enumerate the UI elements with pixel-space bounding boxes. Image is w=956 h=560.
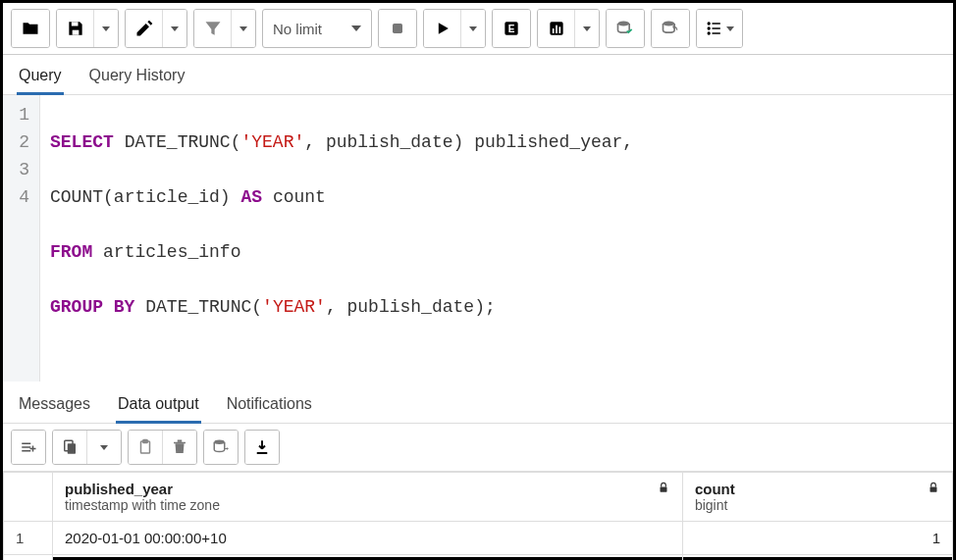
table-row[interactable]: 1 2020-01-01 00:00:00+10 1 bbox=[4, 522, 953, 555]
chevron-down-icon bbox=[100, 445, 108, 450]
column-name: count bbox=[695, 481, 735, 497]
save-data-button[interactable] bbox=[204, 431, 238, 464]
chevron-down-icon bbox=[351, 25, 361, 31]
tab-query-history[interactable]: Query History bbox=[87, 61, 187, 94]
svg-rect-26 bbox=[174, 442, 186, 444]
chevron-down-icon bbox=[726, 26, 734, 31]
tab-messages[interactable]: Messages bbox=[17, 389, 92, 423]
main-toolbar: No limit E bbox=[3, 3, 953, 55]
filter-button[interactable] bbox=[194, 10, 232, 47]
sql-code[interactable]: SELECT DATE_TRUNC('YEAR', publish_date) … bbox=[40, 95, 953, 382]
list-icon bbox=[705, 19, 724, 38]
corner-cell bbox=[4, 473, 53, 522]
svg-point-9 bbox=[618, 22, 630, 26]
pencil-icon bbox=[134, 19, 154, 38]
commit-button[interactable] bbox=[607, 10, 644, 47]
svg-point-13 bbox=[708, 27, 710, 29]
svg-rect-2 bbox=[393, 24, 402, 33]
tab-query[interactable]: Query bbox=[17, 61, 64, 94]
chevron-down-icon bbox=[469, 26, 477, 31]
svg-rect-23 bbox=[68, 443, 76, 454]
table-row[interactable]: 2 2022-01-01 00:00:00+10 8 bbox=[4, 555, 953, 561]
column-name: published_year bbox=[65, 481, 220, 497]
clipboard-icon bbox=[136, 438, 154, 456]
results-grid[interactable]: published_year timestamp with time zone … bbox=[3, 472, 953, 560]
svg-rect-1 bbox=[72, 30, 79, 35]
chevron-down-icon bbox=[239, 26, 247, 31]
explain-dropdown-button[interactable] bbox=[575, 10, 599, 47]
column-type: timestamp with time zone bbox=[65, 497, 220, 513]
results-toolbar bbox=[3, 424, 953, 472]
sql-editor[interactable]: 1 2 3 4 SELECT DATE_TRUNC('YEAR', publis… bbox=[3, 95, 953, 382]
chevron-down-icon bbox=[102, 26, 110, 31]
stop-button[interactable] bbox=[379, 10, 416, 47]
tab-data-output[interactable]: Data output bbox=[116, 389, 201, 423]
lock-icon bbox=[657, 481, 670, 497]
save-dropdown-button[interactable] bbox=[94, 10, 118, 47]
database-undo-icon bbox=[661, 19, 680, 38]
svg-rect-7 bbox=[556, 25, 558, 33]
line-number: 4 bbox=[11, 183, 29, 211]
copy-dropdown-button[interactable] bbox=[87, 431, 121, 464]
execute-dropdown-button[interactable] bbox=[461, 10, 485, 47]
bar-chart-icon bbox=[547, 19, 566, 38]
svg-rect-30 bbox=[660, 486, 666, 491]
filter-dropdown-button[interactable] bbox=[232, 10, 255, 47]
paste-button[interactable] bbox=[129, 431, 163, 464]
svg-point-28 bbox=[214, 440, 225, 445]
tab-notifications[interactable]: Notifications bbox=[225, 389, 314, 423]
query-tool: No limit E bbox=[0, 0, 956, 560]
column-type: bigint bbox=[695, 497, 735, 513]
save-button[interactable] bbox=[57, 10, 94, 47]
database-check-icon bbox=[615, 19, 635, 38]
header-row: published_year timestamp with time zone … bbox=[4, 473, 953, 522]
rollback-button[interactable] bbox=[652, 10, 689, 47]
database-save-icon bbox=[212, 438, 230, 456]
svg-point-10 bbox=[664, 22, 675, 26]
result-tabs: Messages Data output Notifications bbox=[3, 382, 953, 424]
column-header[interactable]: published_year timestamp with time zone bbox=[53, 473, 683, 522]
svg-point-11 bbox=[708, 23, 710, 25]
row-number: 1 bbox=[4, 522, 53, 555]
chevron-down-icon bbox=[583, 26, 591, 31]
svg-point-15 bbox=[708, 32, 710, 34]
explain-button[interactable]: E bbox=[493, 10, 530, 47]
copy-button[interactable] bbox=[53, 431, 87, 464]
add-row-icon bbox=[20, 438, 37, 456]
delete-row-button[interactable] bbox=[163, 431, 196, 464]
lock-icon bbox=[927, 481, 940, 497]
chevron-down-icon bbox=[171, 26, 179, 31]
cell[interactable]: 2020-01-01 00:00:00+10 bbox=[53, 522, 683, 555]
edit-button[interactable] bbox=[126, 10, 163, 47]
macros-button[interactable] bbox=[697, 10, 742, 47]
row-number: 2 bbox=[4, 555, 53, 561]
limit-select[interactable]: No limit bbox=[262, 9, 372, 48]
svg-rect-25 bbox=[143, 440, 148, 443]
line-number: 1 bbox=[11, 101, 29, 128]
cell[interactable]: 8 bbox=[682, 555, 952, 561]
svg-rect-6 bbox=[552, 28, 554, 33]
save-icon bbox=[66, 19, 85, 38]
cell[interactable]: 2022-01-01 00:00:00+10 bbox=[53, 555, 683, 561]
svg-rect-27 bbox=[178, 440, 183, 442]
download-button[interactable] bbox=[245, 431, 279, 464]
stop-icon bbox=[388, 19, 407, 38]
svg-text:E: E bbox=[508, 24, 515, 34]
open-file-button[interactable] bbox=[12, 10, 49, 47]
play-icon bbox=[433, 19, 452, 38]
line-number: 2 bbox=[11, 128, 29, 156]
download-icon bbox=[253, 438, 271, 456]
execute-button[interactable] bbox=[424, 10, 461, 47]
line-number: 3 bbox=[11, 156, 29, 183]
svg-rect-0 bbox=[71, 22, 78, 25]
cell[interactable]: 1 bbox=[682, 522, 952, 555]
limit-label: No limit bbox=[273, 21, 322, 37]
trash-icon bbox=[171, 438, 188, 456]
svg-rect-8 bbox=[558, 26, 560, 33]
filter-icon bbox=[203, 19, 223, 38]
explain-analyze-button[interactable] bbox=[538, 10, 575, 47]
column-header[interactable]: count bigint bbox=[682, 473, 952, 522]
add-row-button[interactable] bbox=[12, 431, 45, 464]
edit-dropdown-button[interactable] bbox=[163, 10, 186, 47]
query-tabs: Query Query History bbox=[3, 55, 953, 95]
